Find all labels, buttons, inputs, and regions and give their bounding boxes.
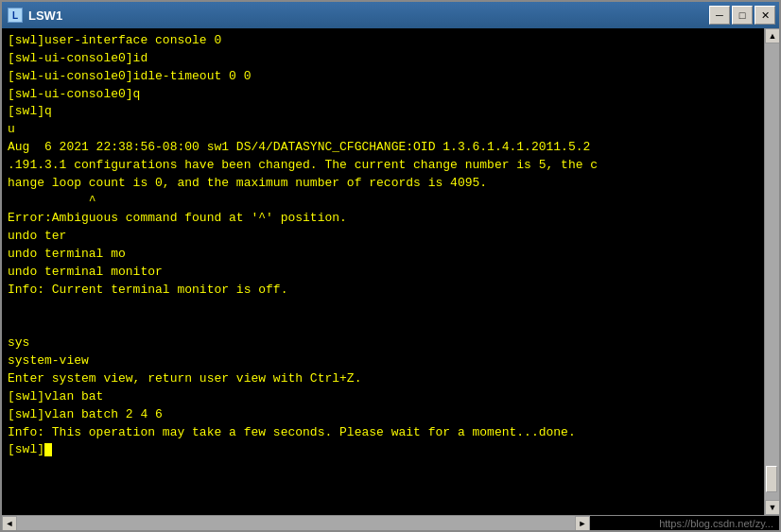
scroll-up-button[interactable]: ▲ <box>765 28 779 43</box>
vertical-scrollbar[interactable]: ▲ ▼ <box>764 28 779 515</box>
minimize-button[interactable]: ─ <box>709 6 730 25</box>
maximize-button[interactable]: □ <box>732 6 753 25</box>
titlebar-left: L LSW1 <box>8 8 62 23</box>
app-icon: L <box>8 8 23 23</box>
scroll-left-button[interactable]: ◄ <box>2 516 17 530</box>
scroll-track[interactable] <box>765 43 779 500</box>
scroll-down-button[interactable]: ▼ <box>765 500 779 515</box>
scroll-right-button[interactable]: ► <box>575 516 590 530</box>
close-button[interactable]: ✕ <box>755 6 775 25</box>
window-title: LSW1 <box>28 9 62 23</box>
hscroll-track[interactable] <box>17 516 575 530</box>
status-url: https://blog.csdn.net/zy... <box>659 518 773 529</box>
titlebar: L LSW1 ─ □ ✕ <box>2 2 779 28</box>
terminal-content[interactable]: [swl]user-interface console 0 [swl-ui-co… <box>2 28 764 515</box>
titlebar-buttons: ─ □ ✕ <box>709 6 775 25</box>
scroll-thumb[interactable] <box>766 466 777 492</box>
terminal-output: [swl]user-interface console 0 [swl-ui-co… <box>8 32 762 459</box>
terminal-cursor <box>44 443 52 456</box>
main-window: L LSW1 ─ □ ✕ [swl]user-interface console… <box>0 0 781 532</box>
